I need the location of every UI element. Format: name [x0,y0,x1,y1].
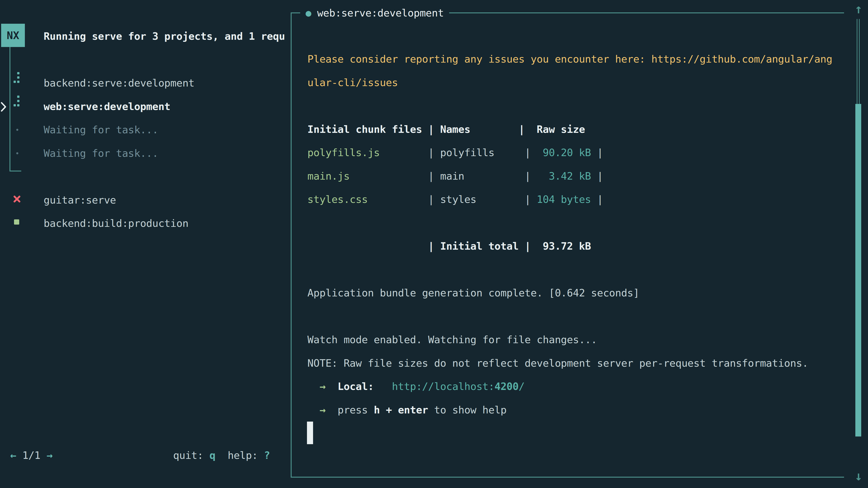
terminal-line: NOTE: Raw file sizes do not reflect deve… [307,352,832,375]
task-label: Waiting for task... [43,142,158,165]
panel-border-left [291,12,291,478]
running-bullet-icon: ● [306,7,311,19]
scrollbar-track[interactable] [857,19,860,104]
spinner-icon [13,71,22,95]
task-row-backend-build-production[interactable]: backend:build:production [0,212,290,235]
task-row-web-serve-development[interactable]: web:serve:development [0,95,290,118]
selected-task-chevron-icon [0,102,7,112]
task-label: guitar:serve [43,188,116,212]
quit-key: q [209,444,215,467]
terminal-line: → Local: http://localhost:4200/ [307,375,832,398]
shortcut-hints: quit:qhelp:? [173,444,270,467]
page-indicator: 1/1 [22,444,40,467]
prev-page-arrow-icon[interactable]: ← [10,444,16,467]
scroll-down-icon[interactable]: ↓ [852,466,864,486]
nx-tui-screen: NX Running serve for 3 projects, and 1 r… [0,0,868,488]
terminal-line [307,305,832,328]
square-icon [13,212,22,235]
terminal-line [307,94,832,118]
cross-icon [13,188,22,212]
terminal-line: polyfills.js | polyfills | 90.20 kB | [307,141,832,164]
terminal-line [307,258,832,282]
pagination: ←1/1→ [10,444,53,467]
terminal-cursor [307,422,313,444]
terminal-line: → press h + enter to show help [307,398,832,422]
terminal-line: | Initial total | 93.72 kB [307,234,832,258]
terminal-line: Please consider reporting any issues you… [307,47,832,71]
terminal-line: Application bundle generation complete. … [307,281,832,305]
panel-title-text: web:serve:development [317,7,444,19]
task-label: web:serve:development [43,95,170,118]
task-row-backend-serve-development[interactable]: backend:serve:development [0,71,290,95]
next-page-arrow-icon[interactable]: → [46,444,53,467]
task-row-guitar-serve[interactable]: guitar:serve [0,188,290,212]
scrollbar-thumb[interactable] [855,104,861,436]
terminal-output: Please consider reporting any issues you… [307,47,832,422]
task-label: Waiting for task... [43,118,158,141]
terminal-line: main.js | main | 3.42 kB | [307,164,832,188]
dot-icon [13,118,22,141]
spinner-icon [13,95,22,118]
terminal-line: Watch mode enabled. Watching for file ch… [307,328,832,352]
panel-title: ●web:serve:development [300,2,449,24]
task-label: backend:serve:development [43,71,194,95]
scroll-up-icon[interactable]: ↑ [852,0,864,19]
terminal-line: ular-cli/issues [307,71,832,94]
terminal-line [307,211,832,235]
task-row-waiting-for-task[interactable]: Waiting for task... [0,142,290,165]
terminal-line: Initial chunk files | Names | Raw size [307,118,832,141]
app-title: Running serve for 3 projects, and 1 requ [43,25,290,48]
quit-label: quit: [173,444,203,467]
task-row-waiting-for-task[interactable]: Waiting for task... [0,118,290,141]
help-label: help: [228,444,258,467]
task-tree-corner [9,170,21,171]
task-label: backend:build:production [43,212,188,235]
nx-logo-badge: NX [1,24,25,47]
help-key: ? [264,444,270,467]
dot-icon [13,142,22,165]
panel-border-bottom [291,477,844,478]
terminal-line: styles.css | styles | 104 bytes | [307,188,832,211]
